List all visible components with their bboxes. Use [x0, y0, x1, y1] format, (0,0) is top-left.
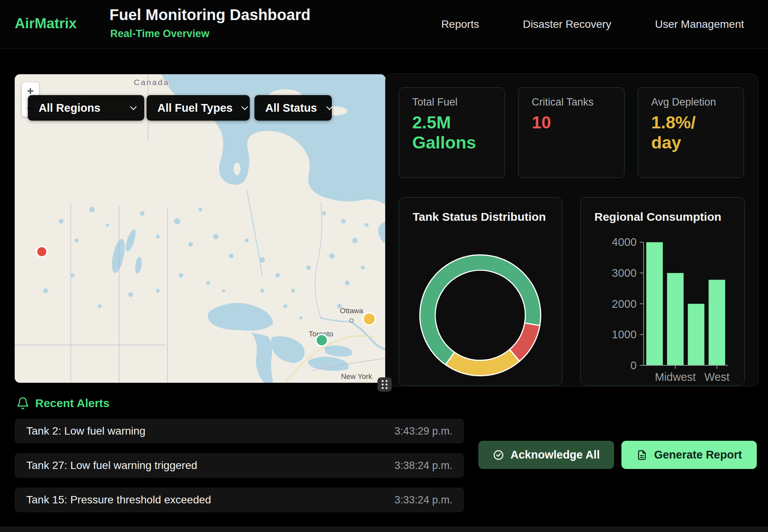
stat-label: Total Fuel [412, 96, 457, 108]
tank-status-card: Tank Status Distribution [399, 197, 562, 385]
bar-1 [667, 273, 684, 365]
svg-text:4000: 4000 [612, 236, 637, 248]
svg-text:2000: 2000 [612, 298, 637, 310]
alert-row: Tank 15: Pressure threshold exceeded 3:3… [15, 488, 464, 512]
alert-row: Tank 2: Low fuel warning 3:43:29 p.m. [15, 419, 464, 443]
bar-2 [688, 304, 705, 365]
warning-tank-marker[interactable] [363, 313, 375, 325]
map-island [234, 163, 241, 175]
status-filter-value: All Status [265, 102, 317, 114]
status-filter-dropdown[interactable]: All Status [254, 95, 332, 121]
svg-text:0: 0 [630, 359, 637, 372]
nav-item-disaster-recovery[interactable]: Disaster Recovery [523, 18, 611, 31]
page-title: Fuel Monitoring Dashboard [109, 6, 311, 24]
alert-time: 3:33:24 p.m. [394, 494, 452, 506]
ottawa-town-dot [350, 319, 353, 322]
alert-time: 3:43:29 p.m. [394, 425, 452, 437]
svg-text:Midwest: Midwest [655, 371, 696, 383]
fuel-type-filter-dropdown[interactable]: All Fuel Types [147, 95, 250, 121]
chart-title: Regional Consumption [594, 210, 721, 223]
donut-segment-warning [445, 350, 519, 376]
alert-message: Tank 27: Low fuel warning triggered [26, 459, 197, 472]
nav-item-reports[interactable]: Reports [441, 18, 479, 31]
alert-row: Tank 27: Low fuel warning triggered 3:38… [15, 453, 464, 478]
svg-text:1000: 1000 [612, 328, 637, 341]
map-filters: All Regions All Fuel Types All Status [28, 95, 332, 121]
document-icon [636, 449, 648, 461]
acknowledge-all-button[interactable]: Acknowledge All [478, 441, 614, 469]
fuel-type-filter-value: All Fuel Types [157, 102, 232, 114]
regional-consumption-chart: 01000200030004000MidwestWest [581, 198, 744, 385]
stat-card-critical-tanks: Critical Tanks 10 [518, 87, 625, 178]
brand-logo: AirMatrix [15, 15, 77, 32]
tank-status-chart [399, 198, 562, 385]
alert-message: Tank 15: Pressure threshold exceeded [26, 494, 211, 506]
region-filter-value: All Regions [39, 102, 101, 114]
critical-tank-marker[interactable] [37, 247, 47, 257]
stat-label: Critical Tanks [532, 96, 594, 108]
chevron-down-icon [242, 104, 248, 110]
stat-label: Avg Depletion [651, 96, 716, 108]
map-resize-handle[interactable] [377, 377, 392, 392]
generate-report-button[interactable]: Generate Report [621, 441, 757, 469]
stat-value-avg-depletion: 1.8%/day [651, 113, 699, 153]
overview-panel: Total Fuel 2.5M Gallons Critical Tanks 1… [385, 73, 759, 387]
map-label-new-york: New York [341, 372, 372, 380]
footer-bar [0, 527, 768, 532]
stat-card-avg-depletion: Avg Depletion 1.8%/day [638, 87, 744, 178]
normal-tank-marker[interactable] [316, 334, 328, 346]
regional-consumption-card: Regional Consumption 01000200030004000Mi… [580, 197, 745, 385]
svg-text:West: West [704, 371, 729, 383]
map-label-ottawa: Ottawa [340, 307, 364, 315]
chart-title: Tank Status Distribution [413, 210, 546, 223]
region-filter-dropdown[interactable]: All Regions [28, 95, 144, 121]
map-label-canada: Canada [134, 78, 169, 87]
tank-map[interactable]: Canada Ottawa Toronto New York + − All R… [15, 74, 386, 383]
chevron-down-icon [130, 104, 137, 110]
recent-alerts-title: Recent Alerts [35, 397, 109, 410]
chevron-down-icon [326, 104, 333, 110]
recent-alerts-header: Recent Alerts [16, 397, 109, 410]
check-circle-icon [493, 449, 504, 461]
acknowledge-all-label: Acknowledge All [510, 448, 600, 461]
stat-value-total-fuel: 2.5M Gallons [412, 113, 490, 153]
bar-3 [708, 280, 725, 365]
generate-report-label: Generate Report [654, 448, 742, 461]
bell-icon [16, 397, 29, 410]
alert-time: 3:38:24 p.m. [394, 460, 452, 472]
alert-message: Tank 2: Low fuel warning [26, 425, 145, 437]
app-header: AirMatrix Fuel Monitoring Dashboard Real… [0, 0, 768, 49]
stat-value-critical-tanks: 10 [532, 113, 609, 133]
bar-0 [646, 242, 663, 365]
nav-item-user-management[interactable]: User Management [655, 18, 744, 31]
svg-text:3000: 3000 [612, 267, 637, 279]
main-nav: Reports Disaster Recovery User Managemen… [441, 0, 744, 49]
stat-card-total-fuel: Total Fuel 2.5M Gallons [399, 87, 505, 178]
page-subtitle: Real-Time Overview [110, 28, 209, 40]
